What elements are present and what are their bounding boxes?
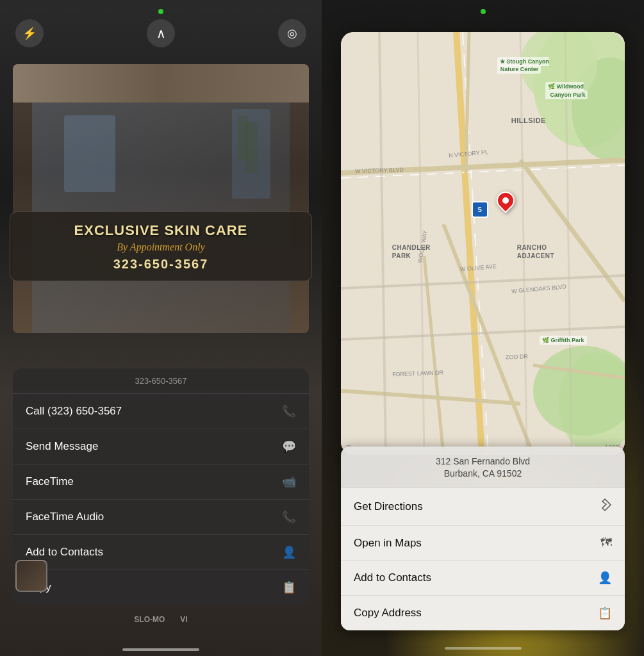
rancho-text: RANCHOADJACENT (517, 244, 554, 259)
wildwood-text: Wildwood Canyon Park (545, 83, 586, 98)
business-sign-card: EXCLUSIVE SKIN CARE By Appointment Only … (10, 211, 312, 281)
send-message-label: Send Message (26, 440, 98, 453)
status-indicator-left (158, 9, 163, 14)
open-maps-label: Open in Maps (354, 537, 422, 550)
map-area[interactable]: 5 HILLSIDE CHANDLERPARK RANCHOADJACENT ★… (341, 32, 625, 455)
status-indicator-right (481, 9, 486, 14)
home-indicator-left (122, 648, 199, 651)
address-header: 312 San Fernando Blvd Burbank, CA 91502 (341, 447, 625, 488)
facetime-button[interactable]: FaceTime 📹 (13, 464, 309, 500)
stough-text: Stough Canyon Nature Center (497, 58, 549, 73)
message-icon: 💬 (282, 439, 296, 454)
copy-address-icon: 📋 (598, 606, 612, 620)
add-contacts-label-left: Add to Contacts (26, 546, 103, 559)
add-contacts-label-right: Add to Contacts (354, 571, 431, 584)
call-label: Call (323) 650-3567 (26, 405, 122, 418)
live-photo-button[interactable]: ◎ (278, 19, 306, 47)
map-card[interactable]: 5 HILLSIDE CHANDLERPARK RANCHOADJACENT ★… (341, 32, 625, 455)
address-line2: Burbank, CA 91502 (351, 468, 615, 480)
call-button[interactable]: Call (323) 650-3567 📞 (13, 394, 309, 429)
flip-button[interactable]: ∧ (147, 19, 175, 47)
open-in-maps-button[interactable]: Open in Maps 🗺 (341, 526, 625, 561)
sign-phone: 323-650-3567 (23, 257, 299, 272)
highway-5-badge: 5 (472, 201, 488, 218)
rancho-label: RANCHOADJACENT (517, 243, 554, 260)
location-pin (497, 192, 515, 209)
copy-address-label: Copy Address (354, 607, 422, 619)
add-to-contacts-button-left[interactable]: Add to Contacts 👤 (13, 535, 309, 570)
storefront-image (13, 64, 309, 333)
right-panel: 5 HILLSIDE CHANDLERPARK RANCHOADJACENT ★… (322, 0, 644, 656)
add-to-contacts-button-right[interactable]: Add to Contacts 👤 (341, 561, 625, 596)
sign-subtitle: By Appointment Only (23, 242, 299, 253)
facetime-video-icon: 📹 (282, 475, 296, 489)
facetime-label: FaceTime (26, 475, 74, 488)
get-directions-button[interactable]: Get Directions (341, 488, 625, 526)
photo-thumbnail[interactable] (15, 560, 47, 592)
pin-inner (502, 197, 509, 204)
address-line1: 312 San Fernando Blvd (351, 455, 615, 468)
add-contact-icon-left: 👤 (282, 545, 296, 559)
camera-top-bar: ⚡ ∧ ◎ (0, 19, 322, 47)
action-menu-header: 323-650-3567 (13, 368, 309, 394)
get-directions-label: Get Directions (354, 500, 423, 513)
hillside-label: HILLSIDE (511, 117, 546, 124)
wildwood-park-label: 🌿 Wildwood Canyon Park (545, 83, 588, 99)
copy-button[interactable]: Copy 📋 (13, 570, 309, 605)
add-contact-icon-right: 👤 (598, 571, 612, 585)
highway-number: 5 (478, 206, 482, 213)
griffith-park-label: 🌿 Griffith Park (540, 336, 587, 343)
sign-title: EXCLUSIVE SKIN CARE (23, 222, 299, 239)
video-mode[interactable]: VI (180, 615, 187, 624)
directions-icon (598, 498, 612, 515)
maps-icon: 🗺 (600, 536, 612, 550)
call-icon: 📞 (282, 404, 296, 418)
stough-park-label: ★ Stough Canyon Nature Center (497, 58, 549, 74)
facetime-audio-button[interactable]: FaceTime Audio 📞 (13, 500, 309, 535)
camera-modes: SLO-MO VI (0, 615, 322, 624)
flash-button[interactable]: ⚡ (15, 19, 44, 47)
copy-icon: 📋 (282, 580, 296, 594)
slo-mo-mode[interactable]: SLO-MO (134, 615, 165, 624)
copy-address-button[interactable]: Copy Address 📋 (341, 596, 625, 630)
pin-shape (493, 188, 518, 213)
phone-action-menu: 323-650-3567 Call (323) 650-3567 📞 Send … (13, 368, 309, 605)
left-panel: ⚡ ∧ ◎ EXCLUSIVE SKIN CARE By Appointment… (0, 0, 322, 656)
address-action-panel: 312 San Fernando Blvd Burbank, CA 91502 … (341, 447, 625, 630)
griffith-text: Griffith Park (551, 337, 584, 343)
send-message-button[interactable]: Send Message 💬 (13, 429, 309, 464)
facetime-audio-label: FaceTime Audio (26, 511, 104, 523)
home-indicator-right (445, 647, 522, 650)
facetime-audio-icon: 📞 (282, 510, 296, 524)
